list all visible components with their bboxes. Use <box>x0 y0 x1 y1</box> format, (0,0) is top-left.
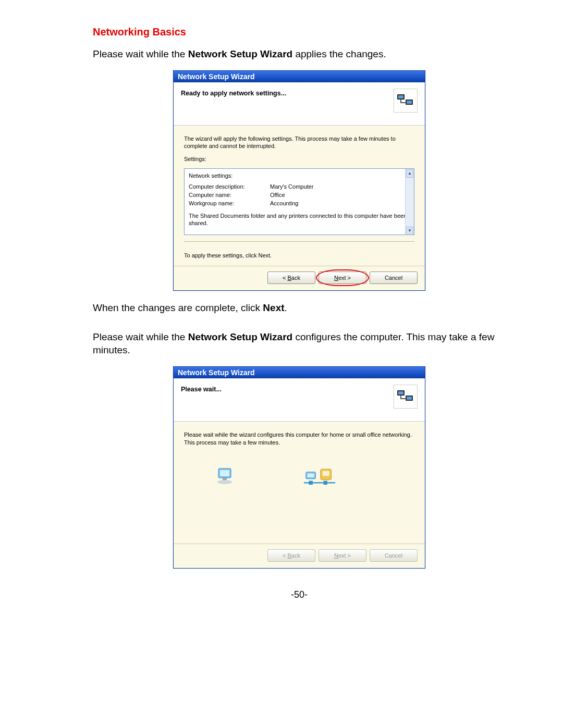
text: When the changes are complete, click <box>93 302 263 313</box>
button-label: Next > <box>334 552 351 559</box>
wizard-header: Ready to apply network settings... <box>174 82 425 126</box>
wizard-dialog-please-wait: Network Setup Wizard Please wait... Plea… <box>173 366 425 569</box>
settings-table: Computer description: Mary's Computer Co… <box>189 183 410 208</box>
network-devices-icon <box>304 462 335 493</box>
network-icon <box>394 385 418 409</box>
setting-value: Mary's Computer <box>270 183 410 191</box>
shared-note: The Shared Documents folder and any prin… <box>189 212 410 228</box>
wizard-content: The wizard will apply the following sett… <box>174 126 425 251</box>
setting-value: Accounting <box>270 200 410 208</box>
cancel-button[interactable]: Cancel <box>370 272 418 284</box>
page-number: -50- <box>93 589 506 600</box>
button-label: Next > <box>334 275 351 281</box>
back-button[interactable]: < Back <box>267 272 315 284</box>
intro-paragraph-3: Please wait while the Network Setup Wiza… <box>93 330 506 357</box>
divider <box>184 241 414 242</box>
next-button: Next > <box>319 549 366 562</box>
svg-rect-1 <box>398 95 403 98</box>
button-label: < Back <box>283 552 300 559</box>
text: Please wait while the <box>93 48 188 59</box>
scroll-down-icon[interactable]: ▼ <box>406 227 413 235</box>
setting-key: Workgroup name: <box>189 200 270 208</box>
setting-key: Computer name: <box>189 191 270 200</box>
text-bold: Network Setup Wizard <box>188 48 292 59</box>
window-titlebar[interactable]: Network Setup Wizard <box>174 71 425 82</box>
text: . <box>285 302 287 313</box>
wizard-button-row: < Back Next > Cancel <box>174 544 425 568</box>
apply-note: To apply these settings, click Next. <box>174 250 425 266</box>
network-icon <box>394 89 418 113</box>
window-titlebar[interactable]: Network Setup Wizard <box>174 367 425 378</box>
wizard-header-title: Please wait... <box>181 384 222 393</box>
svg-rect-10 <box>223 478 227 480</box>
next-button[interactable]: Next > <box>319 272 366 284</box>
wizard-intro-text: Please wait while the wizard configures … <box>184 431 414 447</box>
section-title: Networking Basics <box>93 26 506 38</box>
svg-rect-13 <box>308 473 314 477</box>
wizard-header: Please wait... <box>174 378 425 422</box>
svg-rect-5 <box>398 391 403 394</box>
wizard-button-row: < Back Next > Cancel <box>174 266 425 290</box>
wizard-header-title: Ready to apply network settings... <box>181 88 286 97</box>
table-row: Computer description: Mary's Computer <box>189 183 410 191</box>
svg-rect-3 <box>407 101 412 104</box>
wait-animation-area <box>184 452 414 540</box>
button-label: < Back <box>283 275 300 281</box>
svg-rect-9 <box>220 470 229 476</box>
button-label: Cancel <box>385 275 402 281</box>
scroll-up-icon[interactable]: ▲ <box>406 169 413 178</box>
svg-rect-16 <box>309 480 313 485</box>
computer-icon <box>210 462 241 493</box>
cancel-button: Cancel <box>370 549 418 562</box>
button-label: Cancel <box>385 552 402 559</box>
intro-paragraph-2: When the changes are complete, click Nex… <box>93 301 506 315</box>
settings-label: Settings: <box>184 155 414 163</box>
setting-key: Computer description: <box>189 183 270 191</box>
svg-rect-7 <box>407 397 412 400</box>
svg-rect-15 <box>323 471 329 476</box>
wizard-dialog-apply-settings: Network Setup Wizard Ready to apply netw… <box>173 70 425 291</box>
svg-point-11 <box>217 480 232 484</box>
text: applies the changes. <box>292 48 386 59</box>
text-bold: Network Setup Wizard <box>188 331 292 342</box>
wizard-content: Please wait while the wizard configures … <box>174 422 425 544</box>
scrollbar[interactable]: ▲ ▼ <box>405 169 414 235</box>
table-row: Computer name: Office <box>189 191 410 200</box>
text-bold: Next <box>263 302 284 313</box>
text: Please wait while the <box>93 331 188 342</box>
scroll-track[interactable] <box>406 178 414 226</box>
pane-heading: Network settings: <box>189 172 410 180</box>
setting-value: Office <box>270 191 410 200</box>
wizard-intro-text: The wizard will apply the following sett… <box>184 135 414 151</box>
back-button: < Back <box>267 549 315 562</box>
table-row: Workgroup name: Accounting <box>189 200 410 208</box>
svg-rect-17 <box>324 480 328 485</box>
settings-pane: Network settings: Computer description: … <box>184 168 414 235</box>
intro-paragraph-1: Please wait while the Network Setup Wiza… <box>93 47 506 61</box>
